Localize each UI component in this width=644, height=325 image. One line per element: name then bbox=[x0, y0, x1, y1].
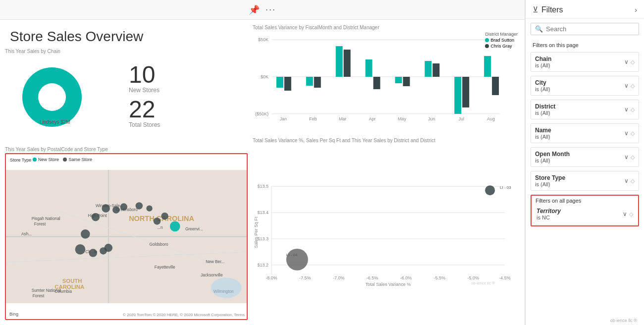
filter-district-text: District is (All) bbox=[535, 103, 555, 116]
map-legend-title: Store Type bbox=[10, 158, 31, 162]
map-legend-new-store: New Store bbox=[33, 157, 59, 162]
svg-point-41 bbox=[211, 277, 242, 298]
svg-text:Mar: Mar bbox=[339, 116, 346, 121]
filter-city-clear[interactable]: ◇ bbox=[631, 83, 635, 89]
svg-rect-59 bbox=[432, 63, 439, 77]
svg-text:Feb: Feb bbox=[309, 116, 317, 121]
filter-open-month[interactable]: Open Month is (All) ∨ ◇ bbox=[531, 147, 639, 167]
filter-city-name: City bbox=[535, 79, 550, 86]
filter-district-clear[interactable]: ◇ bbox=[631, 107, 635, 113]
filter-store-type-text: Store Type is (All) bbox=[535, 174, 565, 187]
filter-open-month-clear[interactable]: ◇ bbox=[631, 154, 635, 161]
bar-chart-title: Total Sales Variance by FiscalMonth and … bbox=[253, 25, 520, 30]
same-store-dot bbox=[63, 158, 67, 162]
scatter-chart-svg: $13.5 $13.4 $13.3 $13.2 Sales Per Sq Ft … bbox=[253, 145, 520, 320]
svg-text:-7.0%: -7.0% bbox=[333, 275, 344, 280]
svg-text:Jacksonville: Jacksonville bbox=[201, 273, 223, 277]
filter-store-type[interactable]: Store Type is (All) ∨ ◇ bbox=[531, 171, 639, 191]
filters-panel: ⊻ Filters › 🔍 Filters on this page Chain… bbox=[525, 0, 644, 325]
filter-city-value: is (All) bbox=[535, 86, 550, 92]
bing-text: Bing bbox=[9, 312, 18, 317]
filter-name-clear[interactable]: ◇ bbox=[631, 130, 635, 137]
filters-collapse-icon[interactable]: › bbox=[635, 6, 637, 14]
filter-territory[interactable]: Territory is NC ∨ ◇ bbox=[536, 206, 634, 222]
filter-name[interactable]: Name is (All) ∨ ◇ bbox=[531, 123, 639, 143]
filter-city-actions: ∨ ◇ bbox=[624, 82, 635, 89]
filter-district-actions: ∨ ◇ bbox=[624, 106, 635, 113]
filter-chain[interactable]: Chain is (All) ∨ ◇ bbox=[531, 52, 639, 72]
filters-section-title: Filters on this page bbox=[526, 39, 644, 50]
svg-rect-62 bbox=[484, 56, 491, 77]
filters-all-pages-title: Filters on all pages bbox=[536, 198, 634, 204]
svg-text:Goldsboro: Goldsboro bbox=[150, 242, 169, 247]
filter-store-type-clear[interactable]: ◇ bbox=[631, 178, 635, 184]
more-options-icon[interactable]: ··· bbox=[266, 4, 276, 15]
search-icon: 🔍 bbox=[535, 25, 543, 33]
svg-text:-8.0%: -8.0% bbox=[266, 275, 277, 280]
filter-name-chevron[interactable]: ∨ bbox=[624, 130, 629, 137]
filter-territory-chevron[interactable]: ∨ bbox=[623, 211, 627, 217]
svg-text:SOUTH: SOUTH bbox=[62, 278, 82, 284]
filter-store-type-value: is (All) bbox=[535, 181, 565, 187]
svg-point-31 bbox=[146, 205, 152, 211]
svg-point-33 bbox=[81, 229, 90, 239]
svg-rect-52 bbox=[336, 46, 343, 77]
filter-district[interactable]: District is (All) ∨ ◇ bbox=[531, 100, 639, 119]
filter-name-actions: ∨ ◇ bbox=[624, 130, 635, 137]
brad-label: Brad Sutton bbox=[490, 38, 514, 43]
donut-caption: Lindseys $2M bbox=[40, 119, 70, 125]
filter-territory-text: Territory is NC bbox=[537, 208, 561, 220]
svg-point-39 bbox=[154, 217, 161, 224]
filter-district-name: District bbox=[535, 103, 555, 110]
filter-territory-clear[interactable]: ◇ bbox=[629, 211, 633, 217]
filter-name-value: is (All) bbox=[535, 134, 551, 140]
brad-dot bbox=[485, 38, 489, 42]
filter-open-month-label: Open Month bbox=[535, 151, 570, 158]
svg-text:Jun: Jun bbox=[428, 116, 435, 121]
svg-point-93 bbox=[286, 249, 308, 271]
svg-point-30 bbox=[136, 202, 143, 209]
svg-rect-53 bbox=[344, 50, 351, 77]
filter-district-value: is (All) bbox=[535, 110, 555, 116]
svg-text:Sales Per Sq Ft: Sales Per Sq Ft bbox=[254, 217, 259, 248]
svg-rect-60 bbox=[454, 77, 461, 114]
scatter-chart: Total Sales Variance %, Sales Per Sq Ft … bbox=[253, 138, 520, 320]
filter-territory-value: is NC bbox=[537, 215, 561, 220]
new-store-label: New Store bbox=[38, 157, 59, 162]
svg-rect-50 bbox=[306, 77, 313, 86]
svg-point-27 bbox=[102, 204, 110, 213]
svg-rect-51 bbox=[314, 77, 321, 88]
svg-text:-5.5%: -5.5% bbox=[434, 275, 445, 280]
pin-icon[interactable]: 📌 bbox=[249, 4, 260, 15]
map-copyright: © 2020 TomTom © 2020 HERE, © 2020 Micros… bbox=[123, 313, 245, 317]
filter-search-box[interactable]: 🔍 bbox=[531, 23, 639, 35]
svg-rect-63 bbox=[492, 77, 499, 95]
filters-all-pages: Filters on all pages Territory is NC ∨ ◇ bbox=[531, 195, 639, 226]
filter-chain-text: Chain is (All) bbox=[535, 55, 551, 68]
filter-district-chevron[interactable]: ∨ bbox=[624, 106, 629, 113]
ob-footer: ob·ience llc ® bbox=[526, 317, 644, 325]
map-background-svg: NORTH CAROLINA SOUTH CAROLINA Winston-Sa… bbox=[6, 154, 247, 319]
filter-city[interactable]: City is (All) ∨ ◇ bbox=[531, 76, 639, 96]
filter-city-chevron[interactable]: ∨ bbox=[624, 82, 629, 89]
filter-chain-clear[interactable]: ◇ bbox=[631, 59, 635, 65]
filter-open-month-chevron[interactable]: ∨ bbox=[624, 154, 629, 161]
svg-text:Jul: Jul bbox=[458, 116, 464, 121]
svg-text:Jan: Jan bbox=[280, 116, 287, 121]
bing-logo: Bing bbox=[8, 311, 20, 317]
map-section-wrapper: This Year Sales by PostalCode and Store … bbox=[5, 147, 248, 320]
filter-store-type-chevron[interactable]: ∨ bbox=[624, 177, 629, 184]
bar-chart: Total Sales Variance by FiscalMonth and … bbox=[253, 25, 520, 134]
filter-open-month-actions: ∨ ◇ bbox=[624, 154, 635, 161]
filter-chain-chevron[interactable]: ∨ bbox=[624, 58, 629, 65]
svg-rect-61 bbox=[462, 77, 469, 108]
chris-dot bbox=[485, 44, 489, 48]
filter-name-label: Name bbox=[535, 127, 551, 134]
map-visual[interactable]: NORTH CAROLINA SOUTH CAROLINA Winston-Sa… bbox=[5, 153, 248, 320]
svg-text:$13.2: $13.2 bbox=[257, 263, 268, 268]
kpi-total-stores-label: Total Stores bbox=[129, 121, 160, 128]
filter-search-input[interactable] bbox=[546, 25, 635, 33]
map-legend: Store Type New Store Same Store bbox=[8, 156, 97, 163]
svg-text:-6.0%: -6.0% bbox=[400, 275, 412, 280]
svg-rect-54 bbox=[366, 59, 373, 77]
